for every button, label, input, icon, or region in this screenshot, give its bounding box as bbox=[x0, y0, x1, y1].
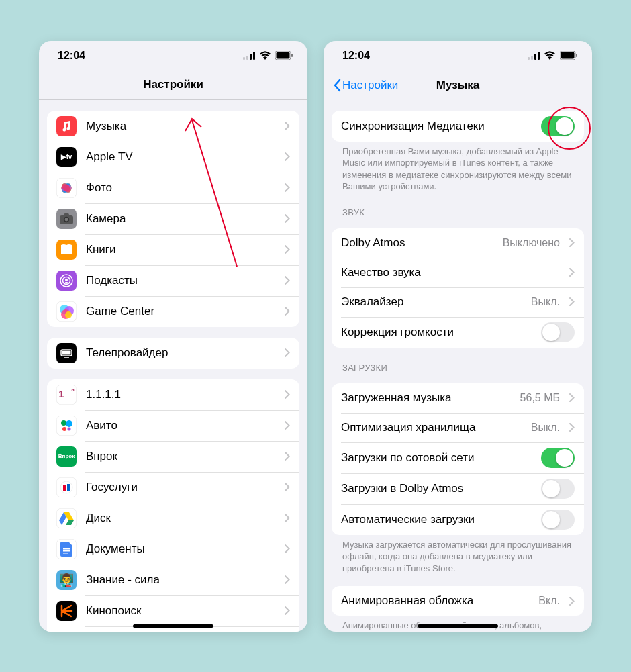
status-time: 12:04 bbox=[58, 50, 85, 62]
row-dolby-atmos[interactable]: Dolby Atmos Выключено bbox=[332, 228, 584, 258]
group-cover: Анимированная обложка Вкл. bbox=[332, 586, 584, 616]
cellular-icon bbox=[243, 52, 255, 60]
settings-row-znanie[interactable]: 👨‍🏫Знание - сила bbox=[47, 565, 299, 595]
footer-sync: Приобретенная Вами музыка, добавляемый и… bbox=[342, 146, 573, 193]
settings-row-camera[interactable]: Камера bbox=[47, 203, 299, 234]
chevron-left-icon bbox=[333, 79, 341, 92]
row-auto-downloads[interactable]: Автоматические загрузки bbox=[332, 504, 584, 535]
settings-group-tvprovider: Телепровайдер bbox=[47, 338, 299, 369]
chevron-right-icon bbox=[285, 514, 290, 522]
switch-cellular-downloads[interactable] bbox=[541, 448, 575, 468]
row-label: Загрузки в Dolby Atmos bbox=[341, 482, 532, 495]
svg-rect-37 bbox=[63, 548, 70, 550]
chevron-right-icon bbox=[569, 238, 575, 247]
switch-sync-library[interactable] bbox=[541, 116, 575, 136]
row-label: Знание - сила bbox=[86, 573, 275, 587]
svg-point-25 bbox=[65, 311, 72, 318]
row-optimize-storage[interactable]: Оптимизация хранилища Выкл. bbox=[332, 413, 584, 442]
back-button[interactable]: Настройки bbox=[329, 70, 402, 100]
row-volume-correction[interactable]: Коррекция громкости bbox=[332, 317, 584, 348]
row-label: Автоматические загрузки bbox=[341, 513, 532, 526]
settings-list[interactable]: Музыка▶tvApple TVФотоКамераКнигиПодкасты… bbox=[39, 100, 307, 632]
row-equalizer[interactable]: Эквалайзер Выкл. bbox=[332, 287, 584, 317]
settings-row-tv[interactable]: ▶tvApple TV bbox=[47, 142, 299, 173]
svg-rect-47 bbox=[576, 54, 577, 57]
header-sound: ЗВУК bbox=[342, 207, 573, 218]
svg-point-31 bbox=[62, 427, 66, 431]
settings-row-photos[interactable]: Фото bbox=[47, 173, 299, 203]
chevron-right-icon bbox=[285, 575, 290, 584]
row-label: Загруженная музыка bbox=[341, 391, 511, 405]
row-label: Синхронизация Медиатеки bbox=[341, 119, 532, 133]
chevron-right-icon bbox=[285, 245, 290, 254]
svg-rect-0 bbox=[243, 57, 245, 60]
row-label: 1.1.1.1 bbox=[86, 388, 275, 401]
row-cellular-downloads[interactable]: Загрузки по сотовой сети bbox=[332, 442, 584, 473]
music-settings-list[interactable]: Синхронизация Медиатеки Приобретенная Ва… bbox=[324, 100, 592, 632]
settings-row-drive[interactable]: Диск bbox=[47, 503, 299, 534]
row-sync-library[interactable]: Синхронизация Медиатеки bbox=[332, 111, 584, 142]
home-indicator[interactable] bbox=[133, 624, 213, 628]
chevron-right-icon bbox=[285, 390, 290, 399]
row-animated-cover[interactable]: Анимированная обложка Вкл. bbox=[332, 586, 584, 616]
wifi-icon bbox=[544, 51, 556, 60]
svg-point-30 bbox=[66, 420, 72, 427]
row-label: Подкасты bbox=[86, 274, 275, 287]
back-label: Настройки bbox=[342, 79, 398, 92]
status-icons bbox=[528, 51, 577, 60]
settings-row-onedot[interactable]: 1゜1.1.1.1 bbox=[47, 379, 299, 410]
row-label: Госуслуги bbox=[86, 481, 275, 494]
chevron-right-icon bbox=[569, 297, 575, 306]
gamecenter-icon bbox=[56, 301, 77, 322]
settings-row-tvprovider[interactable]: Телепровайдер bbox=[47, 338, 299, 369]
settings-row-kinopoisk[interactable]: Кинопоиск bbox=[47, 595, 299, 626]
settings-row-gosuslugi[interactable]: Госуслуги bbox=[47, 472, 299, 503]
podcasts-icon bbox=[56, 271, 77, 291]
row-value: 56,5 МБ bbox=[520, 392, 560, 404]
docs-icon bbox=[56, 539, 77, 559]
settings-row-gamecenter[interactable]: Game Center bbox=[47, 296, 299, 327]
gosuslugi-icon bbox=[56, 477, 77, 497]
chevron-right-icon bbox=[569, 597, 575, 606]
row-label: Авито bbox=[86, 419, 275, 432]
svg-rect-6 bbox=[291, 54, 293, 57]
svg-rect-27 bbox=[62, 350, 71, 354]
home-indicator[interactable] bbox=[418, 624, 498, 628]
row-label: Впрок bbox=[86, 450, 275, 463]
settings-row-avito[interactable]: Авито bbox=[47, 410, 299, 441]
page-title: Музыка bbox=[436, 79, 479, 92]
settings-row-podcasts[interactable]: Подкасты bbox=[47, 265, 299, 296]
avito-icon bbox=[56, 416, 77, 436]
chevron-right-icon bbox=[285, 122, 290, 130]
settings-row-docs[interactable]: Документы bbox=[47, 534, 299, 565]
row-label: Dolby Atmos bbox=[341, 236, 493, 250]
chevron-right-icon bbox=[285, 544, 290, 553]
row-audio-quality[interactable]: Качество звука bbox=[332, 258, 584, 287]
svg-rect-43 bbox=[534, 54, 536, 60]
header-downloads: ЗАГРУЗКИ bbox=[342, 363, 573, 373]
row-label: Анимированная обложка bbox=[341, 594, 529, 608]
row-downloaded-music[interactable]: Загруженная музыка 56,5 МБ bbox=[332, 383, 584, 413]
row-dolby-downloads[interactable]: Загрузки в Dolby Atmos bbox=[332, 473, 584, 504]
switch-auto-downloads[interactable] bbox=[541, 510, 575, 530]
group-sync: Синхронизация Медиатеки bbox=[332, 111, 584, 142]
row-label: Фото bbox=[86, 181, 275, 195]
svg-rect-1 bbox=[246, 56, 248, 60]
svg-point-18 bbox=[65, 218, 68, 221]
svg-rect-39 bbox=[63, 553, 68, 554]
switch-dolby-downloads[interactable] bbox=[541, 479, 575, 499]
drive-icon bbox=[56, 508, 77, 528]
settings-row-vprok[interactable]: ВпрокВпрок bbox=[47, 441, 299, 472]
chevron-right-icon bbox=[285, 606, 290, 615]
svg-marker-35 bbox=[66, 520, 74, 525]
music-icon bbox=[56, 116, 77, 136]
settings-row-music[interactable]: Музыка bbox=[47, 111, 299, 142]
znanie-icon: 👨‍🏫 bbox=[56, 570, 77, 590]
settings-row-books[interactable]: Книги bbox=[47, 234, 299, 265]
row-label: Документы bbox=[86, 542, 275, 556]
switch-volume-correction[interactable] bbox=[541, 322, 575, 342]
svg-point-21 bbox=[65, 279, 68, 281]
vprok-icon: Впрок bbox=[56, 446, 77, 467]
chevron-right-icon bbox=[569, 393, 575, 402]
chevron-right-icon bbox=[285, 307, 290, 316]
